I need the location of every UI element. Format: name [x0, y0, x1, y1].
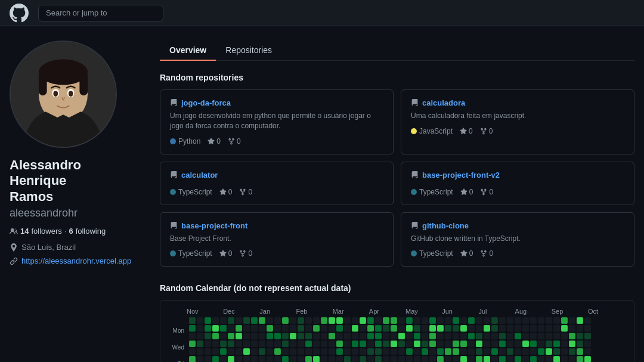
- calendar-cell[interactable]: [367, 356, 374, 362]
- calendar-cell[interactable]: [584, 348, 591, 355]
- repo-name[interactable]: github-clone: [422, 221, 469, 230]
- calendar-cell[interactable]: [445, 356, 451, 362]
- calendar-cell[interactable]: [205, 333, 211, 339]
- calendar-cell[interactable]: [429, 356, 436, 362]
- calendar-cell[interactable]: [344, 348, 351, 355]
- calendar-cell[interactable]: [484, 333, 490, 339]
- calendar-cell[interactable]: [398, 317, 405, 324]
- calendar-cell[interactable]: [391, 317, 397, 324]
- calendar-cell[interactable]: [577, 317, 583, 324]
- calendar-cell[interactable]: [259, 341, 265, 347]
- repo-name[interactable]: jogo-da-forca: [181, 98, 231, 107]
- calendar-cell[interactable]: [367, 341, 374, 347]
- calendar-cell[interactable]: [468, 341, 475, 347]
- calendar-cell[interactable]: [499, 325, 506, 332]
- calendar-cell[interactable]: [197, 348, 203, 355]
- calendar-cell[interactable]: [429, 317, 436, 324]
- calendar-cell[interactable]: [491, 341, 498, 347]
- calendar-cell[interactable]: [197, 333, 203, 339]
- calendar-cell[interactable]: [414, 348, 420, 355]
- calendar-cell[interactable]: [274, 341, 281, 347]
- calendar-cell[interactable]: [445, 317, 451, 324]
- calendar-cell[interactable]: [445, 348, 451, 355]
- calendar-cell[interactable]: [577, 348, 583, 355]
- calendar-cell[interactable]: [507, 317, 513, 324]
- calendar-cell[interactable]: [476, 333, 482, 339]
- calendar-cell[interactable]: [367, 348, 374, 355]
- followers-link[interactable]: followers: [31, 227, 61, 236]
- calendar-cell[interactable]: [243, 317, 250, 324]
- calendar-cell[interactable]: [267, 333, 273, 339]
- calendar-cell[interactable]: [414, 317, 420, 324]
- calendar-cell[interactable]: [282, 356, 289, 362]
- calendar-cell[interactable]: [298, 356, 304, 362]
- calendar-cell[interactable]: [468, 333, 475, 339]
- calendar-cell[interactable]: [360, 341, 366, 347]
- calendar-cell[interactable]: [476, 341, 482, 347]
- calendar-cell[interactable]: [553, 348, 560, 355]
- calendar-cell[interactable]: [507, 356, 513, 362]
- calendar-cell[interactable]: [476, 325, 482, 332]
- calendar-cell[interactable]: [553, 333, 560, 339]
- calendar-cell[interactable]: [243, 341, 250, 347]
- calendar-cell[interactable]: [530, 348, 537, 355]
- calendar-cell[interactable]: [476, 348, 482, 355]
- calendar-cell[interactable]: [422, 317, 428, 324]
- calendar-cell[interactable]: [282, 333, 289, 339]
- calendar-cell[interactable]: [352, 341, 358, 347]
- calendar-cell[interactable]: [507, 348, 513, 355]
- calendar-cell[interactable]: [491, 348, 498, 355]
- calendar-cell[interactable]: [282, 348, 289, 355]
- calendar-cell[interactable]: [553, 325, 560, 332]
- calendar-cell[interactable]: [321, 325, 327, 332]
- calendar-cell[interactable]: [259, 325, 265, 332]
- calendar-cell[interactable]: [367, 325, 374, 332]
- calendar-cell[interactable]: [422, 341, 428, 347]
- calendar-cell[interactable]: [329, 348, 335, 355]
- calendar-cell[interactable]: [220, 356, 227, 362]
- calendar-cell[interactable]: [360, 333, 366, 339]
- calendar-cell[interactable]: [530, 356, 537, 362]
- calendar-cell[interactable]: [352, 356, 358, 362]
- calendar-cell[interactable]: [267, 348, 273, 355]
- calendar-cell[interactable]: [352, 317, 358, 324]
- calendar-cell[interactable]: [437, 341, 444, 347]
- calendar-cell[interactable]: [491, 356, 498, 362]
- calendar-cell[interactable]: [515, 333, 521, 339]
- calendar-cell[interactable]: [398, 356, 405, 362]
- calendar-cell[interactable]: [453, 333, 459, 339]
- calendar-cell[interactable]: [584, 341, 591, 347]
- calendar-cell[interactable]: [329, 341, 335, 347]
- calendar-cell[interactable]: [220, 325, 227, 332]
- calendar-cell[interactable]: [453, 348, 459, 355]
- calendar-cell[interactable]: [437, 333, 444, 339]
- calendar-cell[interactable]: [329, 325, 335, 332]
- calendar-cell[interactable]: [375, 348, 382, 355]
- calendar-cell[interactable]: [577, 356, 583, 362]
- calendar-cell[interactable]: [274, 356, 281, 362]
- calendar-cell[interactable]: [484, 341, 490, 347]
- calendar-cell[interactable]: [290, 317, 296, 324]
- calendar-cell[interactable]: [484, 356, 490, 362]
- calendar-cell[interactable]: [522, 333, 529, 339]
- calendar-cell[interactable]: [569, 317, 575, 324]
- calendar-cell[interactable]: [391, 341, 397, 347]
- calendar-cell[interactable]: [561, 348, 568, 355]
- calendar-cell[interactable]: [460, 333, 467, 339]
- calendar-cell[interactable]: [577, 333, 583, 339]
- calendar-cell[interactable]: [584, 333, 591, 339]
- calendar-cell[interactable]: [453, 341, 459, 347]
- calendar-cell[interactable]: [205, 341, 211, 347]
- calendar-cell[interactable]: [468, 325, 475, 332]
- calendar-cell[interactable]: [406, 348, 413, 355]
- calendar-cell[interactable]: [228, 348, 234, 355]
- calendar-cell[interactable]: [538, 341, 544, 347]
- calendar-cell[interactable]: [352, 348, 358, 355]
- calendar-cell[interactable]: [422, 333, 428, 339]
- calendar-cell[interactable]: [313, 317, 320, 324]
- calendar-cell[interactable]: [236, 333, 242, 339]
- calendar-cell[interactable]: [476, 317, 482, 324]
- calendar-cell[interactable]: [321, 317, 327, 324]
- calendar-cell[interactable]: [538, 317, 544, 324]
- calendar-cell[interactable]: [491, 317, 498, 324]
